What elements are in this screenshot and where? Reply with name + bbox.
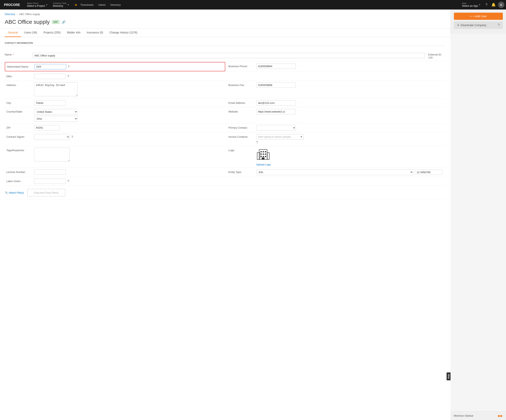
minimize-sidebar-button[interactable]: Minimize Sidebar ▶▶ (451, 411, 506, 420)
tab-users[interactable]: Users (36) (21, 28, 40, 37)
svg-rect-6 (265, 151, 266, 152)
business-fax-field (256, 82, 443, 88)
company-label-main: Directory (53, 4, 67, 7)
nav-right-actions: Apps Select an App ▼ ? 🔔 E (460, 0, 504, 9)
logo-area: Upload Logo (256, 148, 443, 166)
svg-rect-8 (263, 153, 264, 155)
labor-union-right-spacer (225, 177, 446, 186)
labor-union-label: Labor Union: (6, 179, 34, 183)
address-label: Address: (6, 82, 34, 87)
tab-insurance[interactable]: Insurance (0) (84, 28, 106, 37)
add-user-button[interactable]: + + Add User (454, 13, 503, 20)
labor-union-help-icon[interactable]: ? (67, 180, 69, 183)
tab-bidder-info[interactable]: Bidder Info (64, 28, 84, 37)
notifications-icon[interactable]: 🔔 (490, 3, 497, 7)
tab-general[interactable]: General (5, 28, 21, 37)
logo-row: Logo: (225, 146, 446, 168)
dba-input[interactable] (34, 74, 66, 79)
svg-rect-9 (265, 153, 266, 155)
tab-change-history[interactable]: Change History (1376) (107, 28, 141, 37)
svg-rect-11 (263, 156, 264, 157)
zip-input[interactable] (34, 125, 60, 130)
dba-row-right-spacer (225, 72, 446, 81)
email-input[interactable] (256, 100, 296, 106)
deactivate-company-button[interactable]: ✕ Deactivate Company ? (454, 21, 503, 29)
invoice-contacts-row: Invoice Contacts: ▼ ? (225, 133, 446, 146)
nav-link-directory[interactable]: Directory (108, 0, 123, 9)
company-selector[interactable]: Company Tools Directory ▼ (51, 0, 72, 9)
entity-type-select[interactable]: EIN (256, 169, 413, 175)
section-title: CONTACT INFORMATION (5, 42, 446, 46)
entity-number-input[interactable] (415, 170, 443, 175)
form-two-col: Abbreviated Name: ? Business Phone: (5, 61, 446, 186)
contract-signer-help-icon[interactable]: ? (71, 135, 73, 139)
invoice-contacts-input[interactable] (256, 134, 304, 140)
help-tab[interactable]: Help (446, 373, 451, 380)
invoice-contacts-help-icon[interactable]: ? (256, 141, 258, 144)
dba-label: DBA: (6, 74, 34, 78)
upload-logo-link[interactable]: Upload Logo (256, 163, 271, 166)
invoice-contacts-dropdown-icon: ▼ (300, 135, 303, 138)
project-label-small: Agave Demo (27, 2, 45, 4)
address-input[interactable]: 14512 Ripley Street (34, 82, 78, 96)
primary-contact-select[interactable] (256, 125, 296, 131)
license-number-field (34, 169, 224, 175)
help-icon[interactable]: ? (484, 3, 489, 7)
attach-files-row: 📎 Attach File(s) Drag and Drop File(s) (5, 186, 446, 200)
business-fax-input[interactable] (256, 82, 296, 88)
business-phone-input[interactable] (256, 64, 296, 69)
contact-info-section: CONTACT INFORMATION Name: * External ID:… (0, 37, 451, 205)
apps-selector[interactable]: Apps Select an App ▼ (460, 2, 483, 7)
labor-union-input[interactable] (34, 179, 66, 184)
license-number-input[interactable] (34, 169, 66, 175)
name-label: Name: * (5, 52, 33, 56)
nav-link-timesheets[interactable]: Timesheets (78, 0, 96, 9)
breadcrumb-directory-link[interactable]: Directory (5, 13, 15, 16)
state-select[interactable]: Ohio (34, 116, 78, 122)
country-select[interactable]: United States (34, 109, 78, 115)
license-number-label: License Number: (6, 169, 34, 173)
page-header: ABC Office supply ERP 🔗 (0, 17, 451, 28)
labor-union-row: Labor Union: ? (5, 177, 225, 186)
company-label-small: Company Tools (53, 2, 67, 4)
procore-logo[interactable]: PROCORE (2, 0, 24, 9)
email-label: Email Address: (228, 100, 256, 104)
deactivate-help-icon[interactable]: ? (498, 23, 500, 27)
name-input[interactable] (33, 53, 425, 58)
project-dropdown-icon: ▼ (46, 4, 48, 6)
favorites-star-icon[interactable]: ★ (74, 3, 78, 7)
abbreviated-name-field: ? (34, 64, 223, 69)
apps-label-main: Select an App (462, 4, 478, 7)
minimize-arrows-icon: ▶▶ (498, 414, 503, 418)
city-label: City: (6, 100, 34, 104)
attach-files-link[interactable]: 📎 Attach File(s) (5, 191, 24, 194)
link-icon[interactable]: 🔗 (62, 20, 66, 24)
main-layout: Directory › ABC Office supply ABC Office… (0, 9, 506, 420)
sidebar: + + Add User ✕ Deactivate Company ? (451, 9, 506, 34)
svg-rect-13 (262, 158, 265, 160)
nav-link-admin[interactable]: Admin (96, 0, 108, 9)
breadcrumb-current: ABC Office supply (19, 13, 40, 16)
country-state-field: United States Ohio (34, 109, 224, 122)
svg-rect-10 (260, 156, 262, 157)
abbreviated-name-input[interactable] (34, 64, 66, 69)
project-selector[interactable]: Agave Demo Select a Project ▼ (25, 0, 50, 9)
apps-dropdown-icon: ▼ (479, 4, 481, 6)
entity-type-field: EIN (256, 169, 443, 175)
abbreviated-name-help-icon[interactable]: ? (68, 65, 70, 68)
avatar[interactable]: E (498, 2, 504, 8)
website-field (256, 109, 443, 114)
business-phone-field (256, 64, 443, 69)
contract-signer-select[interactable] (34, 134, 70, 140)
tags-field (34, 148, 224, 162)
website-input[interactable] (256, 109, 296, 114)
svg-rect-4 (260, 151, 262, 152)
tab-projects[interactable]: Projects (255) (40, 28, 64, 37)
primary-contact-field (256, 125, 443, 131)
city-input[interactable] (34, 100, 66, 106)
drag-drop-zone[interactable]: Drag and Drop File(s) (27, 189, 65, 197)
dba-help-icon[interactable]: ? (67, 75, 69, 78)
tags-input[interactable] (34, 148, 70, 161)
dba-row: DBA: ? (5, 72, 225, 81)
svg-rect-7 (260, 153, 262, 155)
